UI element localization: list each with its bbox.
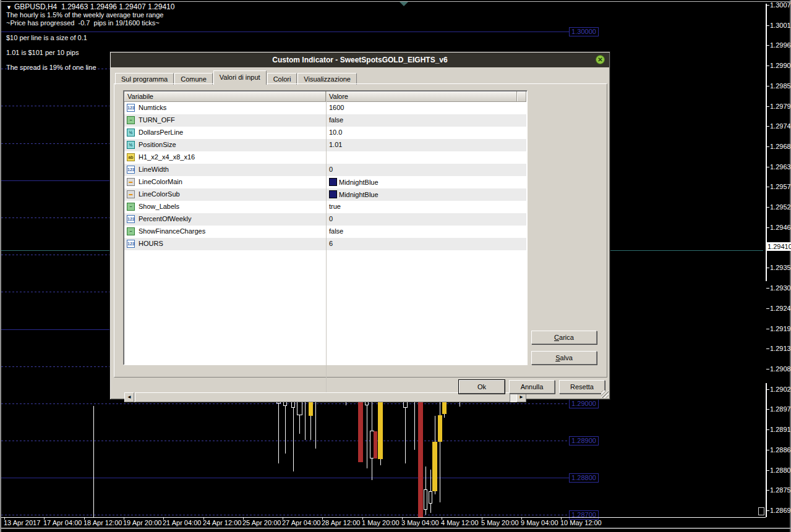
param-value[interactable]: 1.01 [329,141,342,148]
resetta-button[interactable]: Resetta [559,380,605,394]
param-row[interactable]: 123LineWidth0 [124,164,526,176]
column-separator[interactable] [326,91,327,393]
param-row[interactable]: 123PercentOfWeekly0 [124,213,526,226]
time-axis-label: 17 Apr 04:00 [43,519,82,526]
param-row[interactable]: ▬LineColorMainMidnightBlue [124,176,526,188]
param-name: LineColorMain [139,178,182,185]
time-axis-label: 28 Apr 12:00 [322,519,360,526]
dialog-title: Custom Indicator - SweetSpotsGOLD_EIGHTS… [272,56,447,64]
candle [438,415,442,442]
param-value[interactable]: false [329,227,343,235]
param-value[interactable]: false [329,116,343,124]
param-name: LineColorSub [139,190,180,198]
time-axis-label: 4 May 12:00 [441,519,479,526]
window-bottom-border [1,528,791,529]
candle-wick [278,399,279,463]
param-name: Show_Labels [139,203,179,210]
price-scale-label: 1.29467 [770,224,791,231]
candle-wick [285,399,286,454]
close-icon[interactable]: ✕ [596,55,605,64]
param-value[interactable]: MidnightBlue [329,190,378,198]
chart-shift-marker-icon[interactable] [400,2,408,6]
annulla-button[interactable]: Annulla [509,380,555,394]
carica-button[interactable]: Carica [531,331,597,344]
price-scale-tick [766,187,769,187]
time-axis-label: 5 May 20:00 [481,519,519,526]
price-scale-tick [766,25,769,26]
param-value[interactable]: 0 [329,215,333,222]
param-name: DollarsPerLine [139,129,183,136]
int-type-icon: 123 [127,104,135,112]
header-variabile[interactable]: Variabile [124,91,326,102]
resize-grip[interactable] [601,391,609,398]
param-row[interactable]: ~Show_Labelstrue [124,201,526,213]
hline-price-label: 1.29000 [569,399,599,408]
symbol-dropdown-icon[interactable]: ▼ [6,4,12,11]
time-axis-label: 10 May 12:00 [560,519,602,526]
price-scale-label: 1.30017 [770,22,791,29]
double-type-icon: ½ [127,141,135,149]
price-scale-label: 1.29852 [770,82,791,90]
string-type-icon: ab [127,153,135,161]
price-scale-label: 1.29357 [770,264,791,271]
price-scale-tick [766,369,769,369]
scroll-right-arrow-icon[interactable]: ► [516,392,526,402]
price-scale-tick [766,490,769,491]
param-row[interactable]: ½DollarsPerLine10.0 [124,127,526,139]
time-axis-label: 19 Apr 20:00 [123,519,161,526]
ok-button[interactable]: Ok [459,380,505,394]
price-scale-label: 1.29137 [770,345,791,352]
price-scale-tick [766,65,769,66]
price-scale-label: 1.28752 [770,486,791,494]
price-scale-tick [766,409,769,410]
candle-wick [305,399,306,440]
param-name: HOURS [139,240,163,247]
color-type-icon: ▬ [127,190,135,198]
param-name: PositionSize [139,141,176,148]
param-row[interactable]: ~ShowFinanceChargesfalse [124,226,526,238]
indicator-comment-line: The spread is 19% of one line [6,64,96,71]
time-axis-label: 1 May 20:00 [362,519,400,526]
param-value[interactable]: 6 [329,240,333,247]
scrollbar-track[interactable] [510,392,516,402]
price-scale-label: 1.28697 [770,507,791,514]
double-type-icon: ½ [127,129,135,137]
candle-wick [93,406,94,517]
candle-wick [367,399,367,468]
param-value[interactable]: 0 [329,166,333,173]
horizontal-scrollbar[interactable]: ◄ ► [124,392,526,402]
dialog-titlebar[interactable]: Custom Indicator - SweetSpotsGOLD_EIGHTS… [111,53,609,67]
salva-button[interactable]: Salva [531,351,597,365]
param-value[interactable]: true [329,203,341,210]
parameters-table[interactable]: Variabile Valore 123Numticks1600~TURN_OF… [123,90,528,365]
scrollbar-thumb[interactable] [135,392,510,402]
tab-valori-di-input[interactable]: Valori di input [213,70,267,85]
time-axis-label: 21 Apr 04:00 [163,519,201,526]
param-name: Numticks [139,104,166,111]
price-scale-tick [766,227,769,228]
hline-price-label: 1.30000 [569,27,599,36]
symbol-info-line[interactable]: ▼GBPUSD,H4 1.29463 1.29496 1.29407 1.294… [6,2,174,11]
symbol-ohlc-text: GBPUSD,H4 1.29463 1.29496 1.29407 1.2941… [14,2,175,11]
scroll-left-arrow-icon[interactable]: ◄ [124,392,134,402]
time-axis-label: 3 May 04:00 [401,519,439,526]
param-row[interactable]: 123HOURS6 [124,238,526,250]
indicator-hline [1,32,569,32]
price-scale-tick [766,5,769,6]
param-row[interactable]: ½PositionSize1.01 [124,139,526,151]
candle [378,399,383,459]
param-value[interactable]: MidnightBlue [329,178,378,186]
param-row[interactable]: 123Numticks1600 [124,102,526,114]
param-value[interactable]: 1600 [329,104,344,111]
param-name: PercentOfWeekly [139,215,191,222]
price-scale-label: 1.29577 [770,183,791,190]
param-row[interactable]: abH1_x2_x4_x8_x16 [124,151,526,164]
param-row[interactable]: ▬LineColorSubMidnightBlue [124,188,526,201]
param-row[interactable]: ~TURN_OFFfalse [124,114,526,127]
param-name: H1_x2_x4_x8_x16 [139,153,195,161]
candle-wick [293,399,294,471]
candle [429,491,432,504]
param-value[interactable]: 10.0 [329,129,342,136]
price-scale-tick [766,126,769,127]
header-valore[interactable]: Valore [326,91,517,102]
